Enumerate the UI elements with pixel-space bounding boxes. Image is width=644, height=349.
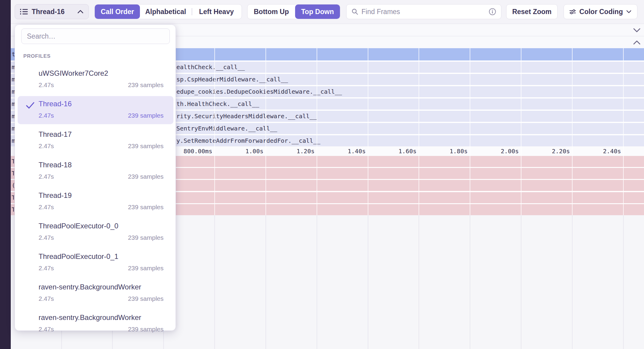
profiles-search-input[interactable]	[27, 32, 164, 40]
axis-tick-label: 2.00s	[501, 148, 519, 155]
profile-item-samples: 239 samples	[128, 173, 164, 180]
thread-selector-button[interactable]: Thread-16	[15, 4, 89, 19]
gridline	[521, 48, 521, 215]
profile-item-meta: 2.47s239 samples	[39, 326, 164, 333]
profile-item[interactable]: ThreadPoolExecutor-0_12.47s239 samples	[18, 249, 173, 277]
reset-zoom-button[interactable]: Reset Zoom	[506, 4, 558, 19]
profile-item-duration: 2.47s	[39, 326, 54, 333]
profile-item-duration: 2.47s	[39, 112, 54, 119]
profile-item-meta: 2.47s239 samples	[39, 142, 164, 150]
checkmark-icon	[25, 101, 35, 110]
tab-bottom-up[interactable]: Bottom Up	[248, 4, 295, 19]
find-frames-search[interactable]	[346, 4, 501, 19]
profile-item-name: Thread-16	[39, 100, 72, 108]
color-coding-button[interactable]: Color Coding	[564, 4, 637, 19]
chevron-down-icon[interactable]	[633, 28, 641, 33]
chevron-up-icon[interactable]	[633, 40, 641, 45]
gridline	[623, 215, 624, 349]
axis-tick-label: 800.00ms	[184, 148, 212, 155]
tab-call-order[interactable]: Call Order	[95, 4, 140, 19]
profile-item-name: ThreadPoolExecutor-0_1	[39, 252, 118, 261]
axis-tick-label: 2.40s	[603, 148, 621, 155]
profiles-dropdown: PROFILES uWSGIWorker7Core22.47s239 sampl…	[15, 25, 176, 331]
gridline	[317, 215, 317, 349]
gridline	[572, 215, 573, 349]
axis-tick-label: 1.60s	[399, 148, 416, 155]
profile-item-name: raven-sentry.BackgroundWorker	[39, 283, 141, 291]
gridline	[214, 215, 215, 349]
profile-item-meta: 2.47s239 samples	[39, 265, 164, 272]
color-coding-label: Color Coding	[579, 8, 623, 16]
profile-item-duration: 2.47s	[39, 81, 54, 89]
profile-item[interactable]: raven-sentry.BackgroundWorker2.47s239 sa…	[18, 279, 173, 307]
gridline	[521, 215, 521, 349]
profile-item-meta: 2.47s239 samples	[39, 204, 164, 211]
profile-item[interactable]: uWSGIWorker7Core22.47s239 samples	[18, 66, 173, 94]
profile-item-samples: 239 samples	[128, 326, 164, 333]
profile-item-name: Thread-18	[39, 161, 72, 169]
profile-item-name: Thread-17	[39, 130, 72, 139]
info-icon[interactable]	[489, 8, 496, 16]
left-sidebar	[0, 0, 11, 349]
profile-item[interactable]: Thread-172.47s239 samples	[18, 127, 173, 155]
chevron-down-icon	[626, 10, 632, 14]
gridline	[623, 48, 624, 215]
frame-row-fragment: (	[12, 180, 14, 191]
profile-item[interactable]: raven-sentry.BackgroundWorker2.47s239 sa…	[18, 310, 173, 338]
gridline	[265, 48, 266, 215]
profile-item-samples: 239 samples	[128, 295, 164, 302]
frame-row-label: y.SetRemoteAddrFromForwardedFor.__call__	[176, 135, 321, 146]
axis-tick-label: 2.20s	[552, 148, 570, 155]
profile-item[interactable]: Thread-162.47s239 samples	[18, 96, 173, 124]
list-icon	[20, 8, 28, 15]
gridline	[572, 48, 573, 215]
gridline	[470, 215, 470, 349]
profile-item-samples: 239 samples	[128, 81, 164, 89]
thread-selector-label: Thread-16	[32, 8, 65, 16]
gridline	[368, 215, 368, 349]
frame-row-label: th.HealthCheck.__call__	[176, 98, 259, 110]
profile-item[interactable]: Thread-182.47s239 samples	[18, 157, 173, 185]
order-tabs: Call Order Alphabetical Left Heavy	[94, 4, 242, 19]
tab-left-heavy[interactable]: Left Heavy	[191, 4, 242, 19]
profile-item-samples: 239 samples	[128, 265, 164, 272]
gridline	[214, 48, 215, 215]
frame-row-label: SentryEnvMiddleware.__call__	[176, 123, 277, 134]
profiles-section-label: PROFILES	[23, 53, 51, 59]
profile-item[interactable]: Thread-192.47s239 samples	[18, 188, 173, 216]
profile-item-meta: 2.47s239 samples	[39, 81, 164, 89]
profile-item-samples: 239 samples	[128, 204, 164, 211]
gridline	[470, 48, 470, 215]
profile-item-name: Thread-19	[39, 191, 72, 200]
frame-row-fragment: T	[12, 204, 14, 215]
profile-item-samples: 239 samples	[128, 234, 164, 241]
find-frames-input[interactable]	[361, 8, 486, 16]
toolbar: Thread-16 Call Order Alphabetical Left H…	[11, 0, 644, 24]
direction-tabs: Bottom Up Top Down	[247, 4, 340, 19]
profile-item-meta: 2.47s239 samples	[39, 234, 164, 241]
tab-alphabetical[interactable]: Alphabetical	[140, 4, 191, 19]
profiles-search-box[interactable]	[21, 28, 170, 44]
axis-tick-label: 1.00s	[245, 148, 263, 155]
profile-item-duration: 2.47s	[39, 234, 54, 241]
profile-item-duration: 2.47s	[39, 142, 54, 150]
profile-item-samples: 239 samples	[128, 112, 164, 119]
profile-item-samples: 239 samples	[128, 142, 164, 150]
profile-item-duration: 2.47s	[39, 204, 54, 211]
gridline	[265, 215, 266, 349]
axis-tick-label: 1.80s	[450, 148, 468, 155]
gridline	[317, 48, 317, 215]
profile-item[interactable]: ThreadPoolExecutor-0_02.47s239 samples	[18, 218, 173, 246]
frame-row-fragment: T	[12, 156, 14, 167]
axis-tick-label: 1.20s	[297, 148, 315, 155]
axis-tick-label: 1.40s	[348, 148, 366, 155]
profile-item-meta: 2.47s239 samples	[39, 295, 164, 302]
sliders-icon	[569, 8, 576, 15]
profile-item-name: raven-sentry.BackgroundWorker	[39, 313, 141, 322]
frame-row-fragment: T	[12, 168, 14, 179]
gridline	[419, 215, 419, 349]
profile-item-name: uWSGIWorker7Core2	[39, 69, 108, 78]
tab-top-down[interactable]: Top Down	[295, 4, 340, 19]
gridline	[419, 48, 419, 215]
frame-row-fragment: T	[12, 192, 14, 203]
